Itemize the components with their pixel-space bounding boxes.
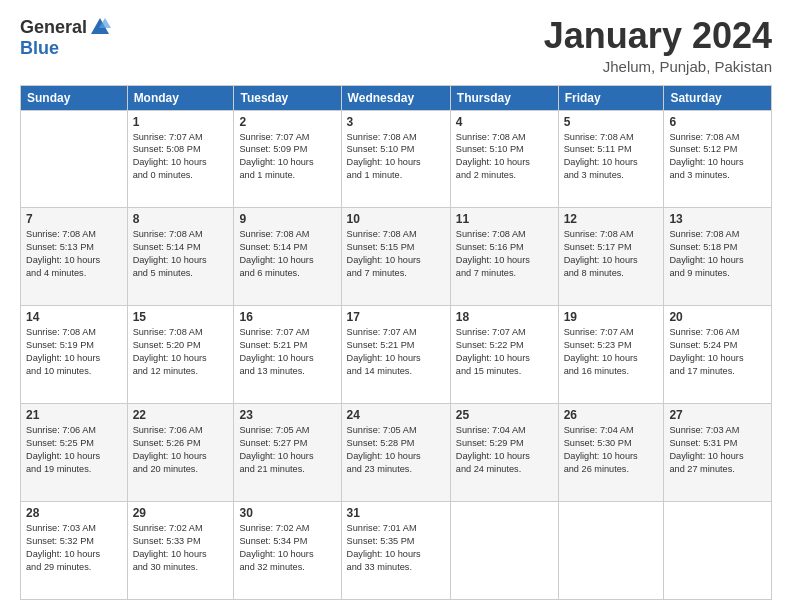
calendar-cell: 9Sunrise: 7:08 AM Sunset: 5:14 PM Daylig… (234, 208, 341, 306)
day-number: 27 (669, 408, 766, 422)
day-info: Sunrise: 7:08 AM Sunset: 5:20 PM Dayligh… (133, 326, 229, 378)
calendar-cell: 2Sunrise: 7:07 AM Sunset: 5:09 PM Daylig… (234, 110, 341, 208)
calendar-cell: 23Sunrise: 7:05 AM Sunset: 5:27 PM Dayli… (234, 404, 341, 502)
day-info: Sunrise: 7:06 AM Sunset: 5:24 PM Dayligh… (669, 326, 766, 378)
calendar-cell: 21Sunrise: 7:06 AM Sunset: 5:25 PM Dayli… (21, 404, 128, 502)
day-info: Sunrise: 7:07 AM Sunset: 5:22 PM Dayligh… (456, 326, 553, 378)
calendar-cell: 27Sunrise: 7:03 AM Sunset: 5:31 PM Dayli… (664, 404, 772, 502)
day-info: Sunrise: 7:08 AM Sunset: 5:14 PM Dayligh… (239, 228, 335, 280)
day-number: 13 (669, 212, 766, 226)
logo-icon (89, 16, 111, 38)
day-info: Sunrise: 7:03 AM Sunset: 5:32 PM Dayligh… (26, 522, 122, 574)
header: General Blue January 2024 Jhelum, Punjab… (20, 16, 772, 75)
day-info: Sunrise: 7:08 AM Sunset: 5:14 PM Dayligh… (133, 228, 229, 280)
calendar-cell (450, 502, 558, 600)
calendar-cell: 22Sunrise: 7:06 AM Sunset: 5:26 PM Dayli… (127, 404, 234, 502)
calendar-cell (21, 110, 128, 208)
day-number: 23 (239, 408, 335, 422)
title-section: January 2024 Jhelum, Punjab, Pakistan (544, 16, 772, 75)
day-info: Sunrise: 7:08 AM Sunset: 5:16 PM Dayligh… (456, 228, 553, 280)
calendar-cell: 15Sunrise: 7:08 AM Sunset: 5:20 PM Dayli… (127, 306, 234, 404)
day-info: Sunrise: 7:05 AM Sunset: 5:28 PM Dayligh… (347, 424, 445, 476)
calendar-cell: 12Sunrise: 7:08 AM Sunset: 5:17 PM Dayli… (558, 208, 664, 306)
day-info: Sunrise: 7:08 AM Sunset: 5:13 PM Dayligh… (26, 228, 122, 280)
day-info: Sunrise: 7:04 AM Sunset: 5:30 PM Dayligh… (564, 424, 659, 476)
day-number: 25 (456, 408, 553, 422)
logo-general-text: General (20, 17, 87, 38)
calendar-cell (664, 502, 772, 600)
day-number: 4 (456, 115, 553, 129)
day-number: 21 (26, 408, 122, 422)
day-number: 31 (347, 506, 445, 520)
day-number: 8 (133, 212, 229, 226)
day-info: Sunrise: 7:08 AM Sunset: 5:12 PM Dayligh… (669, 131, 766, 183)
day-number: 16 (239, 310, 335, 324)
day-info: Sunrise: 7:07 AM Sunset: 5:23 PM Dayligh… (564, 326, 659, 378)
day-info: Sunrise: 7:01 AM Sunset: 5:35 PM Dayligh… (347, 522, 445, 574)
day-number: 10 (347, 212, 445, 226)
day-info: Sunrise: 7:08 AM Sunset: 5:10 PM Dayligh… (347, 131, 445, 183)
calendar-cell: 14Sunrise: 7:08 AM Sunset: 5:19 PM Dayli… (21, 306, 128, 404)
day-info: Sunrise: 7:06 AM Sunset: 5:26 PM Dayligh… (133, 424, 229, 476)
week-row-2: 7Sunrise: 7:08 AM Sunset: 5:13 PM Daylig… (21, 208, 772, 306)
day-info: Sunrise: 7:02 AM Sunset: 5:34 PM Dayligh… (239, 522, 335, 574)
calendar-cell: 16Sunrise: 7:07 AM Sunset: 5:21 PM Dayli… (234, 306, 341, 404)
day-header-wednesday: Wednesday (341, 85, 450, 110)
calendar-cell: 4Sunrise: 7:08 AM Sunset: 5:10 PM Daylig… (450, 110, 558, 208)
day-info: Sunrise: 7:06 AM Sunset: 5:25 PM Dayligh… (26, 424, 122, 476)
calendar-cell: 20Sunrise: 7:06 AM Sunset: 5:24 PM Dayli… (664, 306, 772, 404)
day-info: Sunrise: 7:08 AM Sunset: 5:10 PM Dayligh… (456, 131, 553, 183)
calendar-cell: 3Sunrise: 7:08 AM Sunset: 5:10 PM Daylig… (341, 110, 450, 208)
day-header-tuesday: Tuesday (234, 85, 341, 110)
location: Jhelum, Punjab, Pakistan (544, 58, 772, 75)
logo-blue-text: Blue (20, 38, 59, 59)
day-info: Sunrise: 7:07 AM Sunset: 5:09 PM Dayligh… (239, 131, 335, 183)
day-number: 29 (133, 506, 229, 520)
day-number: 20 (669, 310, 766, 324)
logo: General Blue (20, 16, 111, 59)
calendar-cell: 6Sunrise: 7:08 AM Sunset: 5:12 PM Daylig… (664, 110, 772, 208)
day-info: Sunrise: 7:08 AM Sunset: 5:19 PM Dayligh… (26, 326, 122, 378)
day-number: 6 (669, 115, 766, 129)
day-number: 17 (347, 310, 445, 324)
day-info: Sunrise: 7:07 AM Sunset: 5:08 PM Dayligh… (133, 131, 229, 183)
day-number: 22 (133, 408, 229, 422)
calendar-cell (558, 502, 664, 600)
day-info: Sunrise: 7:08 AM Sunset: 5:15 PM Dayligh… (347, 228, 445, 280)
day-info: Sunrise: 7:08 AM Sunset: 5:11 PM Dayligh… (564, 131, 659, 183)
day-info: Sunrise: 7:04 AM Sunset: 5:29 PM Dayligh… (456, 424, 553, 476)
day-header-thursday: Thursday (450, 85, 558, 110)
day-number: 1 (133, 115, 229, 129)
calendar-cell: 8Sunrise: 7:08 AM Sunset: 5:14 PM Daylig… (127, 208, 234, 306)
page: General Blue January 2024 Jhelum, Punjab… (0, 0, 792, 612)
calendar-cell: 29Sunrise: 7:02 AM Sunset: 5:33 PM Dayli… (127, 502, 234, 600)
day-number: 30 (239, 506, 335, 520)
calendar-cell: 13Sunrise: 7:08 AM Sunset: 5:18 PM Dayli… (664, 208, 772, 306)
day-number: 5 (564, 115, 659, 129)
day-header-sunday: Sunday (21, 85, 128, 110)
week-row-3: 14Sunrise: 7:08 AM Sunset: 5:19 PM Dayli… (21, 306, 772, 404)
calendar-cell: 7Sunrise: 7:08 AM Sunset: 5:13 PM Daylig… (21, 208, 128, 306)
week-row-1: 1Sunrise: 7:07 AM Sunset: 5:08 PM Daylig… (21, 110, 772, 208)
week-row-5: 28Sunrise: 7:03 AM Sunset: 5:32 PM Dayli… (21, 502, 772, 600)
day-info: Sunrise: 7:03 AM Sunset: 5:31 PM Dayligh… (669, 424, 766, 476)
calendar-cell: 26Sunrise: 7:04 AM Sunset: 5:30 PM Dayli… (558, 404, 664, 502)
month-title: January 2024 (544, 16, 772, 56)
day-number: 18 (456, 310, 553, 324)
calendar-cell: 30Sunrise: 7:02 AM Sunset: 5:34 PM Dayli… (234, 502, 341, 600)
calendar-cell: 28Sunrise: 7:03 AM Sunset: 5:32 PM Dayli… (21, 502, 128, 600)
day-info: Sunrise: 7:07 AM Sunset: 5:21 PM Dayligh… (239, 326, 335, 378)
day-number: 11 (456, 212, 553, 226)
calendar-cell: 1Sunrise: 7:07 AM Sunset: 5:08 PM Daylig… (127, 110, 234, 208)
day-info: Sunrise: 7:08 AM Sunset: 5:17 PM Dayligh… (564, 228, 659, 280)
day-header-friday: Friday (558, 85, 664, 110)
day-number: 2 (239, 115, 335, 129)
calendar-cell: 5Sunrise: 7:08 AM Sunset: 5:11 PM Daylig… (558, 110, 664, 208)
day-info: Sunrise: 7:08 AM Sunset: 5:18 PM Dayligh… (669, 228, 766, 280)
day-number: 7 (26, 212, 122, 226)
day-number: 9 (239, 212, 335, 226)
calendar-cell: 17Sunrise: 7:07 AM Sunset: 5:21 PM Dayli… (341, 306, 450, 404)
calendar-cell: 25Sunrise: 7:04 AM Sunset: 5:29 PM Dayli… (450, 404, 558, 502)
calendar-header-row: SundayMondayTuesdayWednesdayThursdayFrid… (21, 85, 772, 110)
calendar-cell: 10Sunrise: 7:08 AM Sunset: 5:15 PM Dayli… (341, 208, 450, 306)
